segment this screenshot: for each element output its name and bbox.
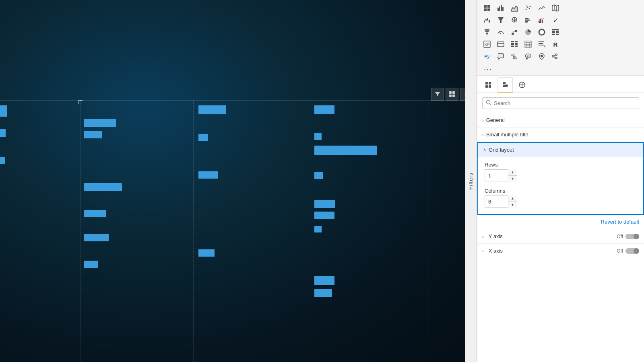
y-axis-label: Y axis xyxy=(489,233,503,239)
svg-point-16 xyxy=(526,6,528,7)
icon-row-5: Py aABb xyxy=(481,51,641,62)
icon-row-4: KPI R R xyxy=(481,39,641,50)
bar xyxy=(0,129,6,137)
svg-rect-69 xyxy=(539,41,544,42)
svg-rect-21 xyxy=(484,21,485,23)
rows-increment[interactable]: ▲ xyxy=(508,169,517,176)
chart-divider xyxy=(0,101,477,101)
icon-funnel2[interactable] xyxy=(494,14,507,26)
svg-rect-60 xyxy=(515,44,518,45)
svg-marker-12 xyxy=(511,6,518,11)
svg-rect-82 xyxy=(555,54,557,56)
icon-matrix[interactable] xyxy=(508,39,521,50)
svg-rect-29 xyxy=(525,20,530,21)
filter-toolbar-btn[interactable] xyxy=(431,88,444,101)
icon-funnel[interactable] xyxy=(481,27,493,38)
svg-rect-53 xyxy=(497,42,504,47)
section-grid-layout-header[interactable]: ∧ Grid layout xyxy=(478,143,643,157)
rows-label: Rows xyxy=(485,162,637,168)
cursor xyxy=(78,100,83,104)
icon-pie[interactable] xyxy=(522,27,535,38)
rows-decrement[interactable]: ▼ xyxy=(508,176,517,182)
icon-bar-chart[interactable] xyxy=(494,2,507,14)
svg-rect-85 xyxy=(489,82,491,84)
svg-rect-23 xyxy=(487,18,488,21)
columns-input-wrapper: ▲ ▼ xyxy=(485,195,517,208)
revert-to-default-btn[interactable]: Revert to default xyxy=(477,215,644,229)
icon-qna[interactable] xyxy=(494,51,507,62)
svg-rect-28 xyxy=(525,18,528,19)
icon-smart-narrative[interactable]: R xyxy=(535,39,548,50)
section-general-label: General xyxy=(486,117,505,123)
icon-decomp-tree[interactable] xyxy=(549,51,562,62)
svg-rect-86 xyxy=(485,85,488,88)
icon-map2[interactable] xyxy=(508,14,521,26)
icon-word-cloud[interactable]: aABb xyxy=(508,51,521,62)
svg-rect-2 xyxy=(449,95,452,97)
vline-3 xyxy=(310,101,310,362)
icon-check[interactable]: ✓ xyxy=(549,14,562,26)
x-axis-row[interactable]: › X axis Off xyxy=(477,244,644,258)
columns-increment[interactable]: ▲ xyxy=(508,195,517,202)
chevron-small-multiple: › xyxy=(482,132,484,137)
svg-rect-4 xyxy=(484,5,487,8)
svg-rect-7 xyxy=(487,8,490,11)
y-axis-row[interactable]: › Y axis Off xyxy=(477,229,644,244)
svg-line-92 xyxy=(490,104,491,105)
search-input[interactable] xyxy=(494,100,636,106)
layout-toolbar-btn[interactable] xyxy=(446,88,458,101)
icon-chat[interactable] xyxy=(522,51,535,62)
svg-point-15 xyxy=(529,8,530,9)
icon-combo[interactable] xyxy=(535,14,548,26)
icon-r-visual[interactable]: R xyxy=(549,39,562,50)
icon-map3[interactable] xyxy=(535,51,548,62)
svg-rect-56 xyxy=(515,41,518,42)
icon-card[interactable] xyxy=(494,39,507,50)
icon-python[interactable]: Py xyxy=(481,51,493,62)
svg-rect-0 xyxy=(449,91,452,94)
svg-line-38 xyxy=(500,32,501,34)
section-small-multiple-title-header[interactable]: › Small multiple title xyxy=(477,128,644,142)
bar xyxy=(314,172,323,179)
columns-decrement[interactable]: ▼ xyxy=(508,202,517,208)
icon-map[interactable] xyxy=(549,2,562,14)
icon-table2[interactable] xyxy=(522,39,535,50)
section-small-multiple-label: Small multiple title xyxy=(486,132,528,138)
svg-rect-30 xyxy=(525,21,528,23)
icon-scatter2[interactable] xyxy=(508,27,521,38)
icon-kpi[interactable]: KPI xyxy=(481,39,493,50)
icon-donut[interactable] xyxy=(535,27,548,38)
section-grid-layout-label: Grid layout xyxy=(489,147,514,153)
icon-waterfall[interactable] xyxy=(481,14,493,26)
ellipsis-row: ... xyxy=(481,63,641,73)
x-axis-toggle-wrapper[interactable]: Off xyxy=(617,248,639,254)
bar xyxy=(314,276,334,285)
tab-analytics[interactable] xyxy=(514,77,530,93)
icon-line-chart[interactable] xyxy=(535,2,548,14)
x-axis-toggle-track[interactable] xyxy=(625,248,639,254)
y-axis-label-left: › Y axis xyxy=(482,233,503,239)
icon-table[interactable] xyxy=(549,27,562,38)
svg-rect-1 xyxy=(452,91,455,94)
icon-bar2[interactable] xyxy=(522,14,535,26)
section-general-header[interactable]: › General xyxy=(477,113,644,127)
search-icon xyxy=(486,100,491,107)
x-axis-label: X axis xyxy=(489,248,503,254)
y-axis-toggle-track[interactable] xyxy=(625,234,639,239)
y-axis-toggle-thumb xyxy=(634,234,639,239)
svg-point-78 xyxy=(541,55,543,57)
svg-rect-36 xyxy=(486,33,488,34)
tab-fields[interactable] xyxy=(481,77,496,93)
icon-gauge[interactable] xyxy=(494,27,507,38)
search-box[interactable] xyxy=(482,97,639,109)
rows-spinner: ▲ ▼ xyxy=(508,169,517,181)
svg-rect-37 xyxy=(487,34,487,35)
tab-format[interactable] xyxy=(497,77,513,93)
y-axis-toggle-wrapper[interactable]: Off xyxy=(617,234,639,239)
icon-area-chart[interactable] xyxy=(508,2,521,14)
icon-scatter-chart[interactable] xyxy=(522,2,535,14)
grid-layout-body: Rows ▲ ▼ Columns ▲ xyxy=(478,157,643,214)
icon-grid[interactable] xyxy=(481,2,493,14)
svg-rect-31 xyxy=(539,21,540,23)
svg-rect-47 xyxy=(552,32,555,33)
